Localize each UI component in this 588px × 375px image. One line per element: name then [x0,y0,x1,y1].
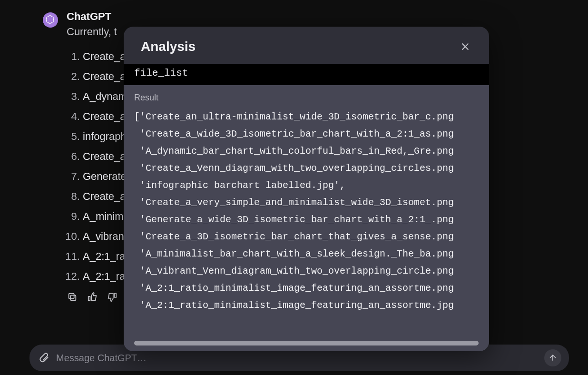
analysis-modal: Analysis file_list Result ['Create_an_ul… [124,27,489,351]
assistant-avatar [43,12,58,28]
attach-icon[interactable] [38,351,49,365]
svg-rect-1 [69,294,74,299]
close-icon [460,41,470,52]
horizontal-scrollbar[interactable] [134,341,479,345]
modal-header: Analysis [124,27,489,64]
thumbs-up-icon[interactable] [87,291,98,303]
openai-logo-icon [46,15,55,25]
result-output: ['Create_an_ultra-minimalist_wide_3D_iso… [134,109,479,314]
modal-title: Analysis [141,39,196,54]
send-button[interactable] [544,349,561,366]
code-block: file_list [124,64,489,85]
assistant-name: ChatGPT [67,10,559,23]
svg-rect-0 [70,295,76,300]
close-button[interactable] [459,40,472,53]
thumbs-down-icon[interactable] [107,291,118,303]
composer-input[interactable] [56,353,538,364]
copy-icon[interactable] [67,291,78,303]
result-panel: Result ['Create_an_ultra-minimalist_wide… [124,85,489,351]
result-label: Result [134,93,479,103]
code-line: file_list [134,68,479,79]
